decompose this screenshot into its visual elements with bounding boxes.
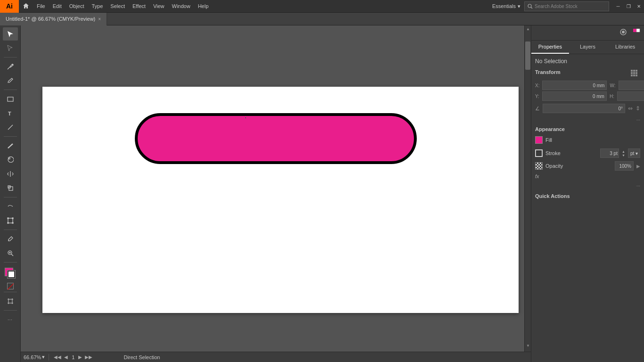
stroke-color-box[interactable] (8, 271, 15, 278)
tab-close-button[interactable]: × (98, 16, 101, 22)
stroke-width-stepper[interactable]: ▲ ▼ (622, 150, 625, 157)
menu-items-group: File Edit Object Type Select Effect View… (33, 0, 261, 13)
y-input[interactable] (542, 91, 607, 101)
svg-rect-6 (9, 187, 13, 190)
minimize-button[interactable]: ─ (613, 0, 623, 13)
no-selection-label: No Selection (535, 58, 640, 65)
svg-rect-36 (633, 72, 635, 74)
rectangle-tool[interactable] (3, 92, 18, 106)
menu-bar: Ai File Edit Object Type Select Effect V… (0, 0, 644, 13)
free-transform-tool[interactable] (3, 214, 18, 227)
transform-grid-icon[interactable] (631, 70, 640, 77)
pencil-tool[interactable] (3, 74, 18, 87)
line-tool[interactable] (3, 121, 18, 134)
menu-effect[interactable]: Effect (129, 0, 149, 13)
scale-tool[interactable] (3, 181, 18, 195)
fx-label[interactable]: fx (535, 173, 539, 179)
rotate-input[interactable] (543, 104, 625, 113)
menu-edit[interactable]: Edit (49, 0, 66, 13)
stroke-swatch[interactable] (535, 149, 543, 157)
svg-rect-38 (631, 74, 633, 76)
stroke-width-input[interactable] (600, 148, 619, 158)
tab-layers[interactable]: Layers (569, 41, 607, 54)
pen-tool[interactable] (3, 60, 18, 73)
fill-swatch[interactable] (535, 136, 543, 144)
restore-button[interactable]: ❒ (623, 0, 634, 13)
selection-tool[interactable] (3, 27, 18, 41)
vertical-scrollbar[interactable]: ▲ ▼ (524, 25, 531, 355)
menu-window[interactable]: Window (168, 0, 194, 13)
svg-point-13 (8, 240, 9, 241)
svg-rect-37 (636, 72, 637, 74)
canvas-area[interactable]: ▲ ▼ ◀ ▶ 66.67% ▾ ◀◀ (21, 25, 531, 362)
appearance-panel-icon[interactable] (619, 28, 627, 37)
quick-actions-title: Quick Actions (535, 193, 640, 199)
paintbrush-tool[interactable] (3, 139, 18, 152)
y-label: Y: (535, 94, 539, 99)
type-tool[interactable]: T (3, 107, 18, 120)
svg-rect-12 (12, 222, 13, 223)
main-area: T (0, 25, 644, 362)
page-first-button[interactable]: ◀◀ (53, 354, 62, 360)
menu-select[interactable]: Select (107, 0, 129, 13)
menu-type[interactable]: Type (88, 0, 107, 13)
warp-tool[interactable] (3, 200, 18, 213)
page-prev-button[interactable]: ◀ (63, 354, 69, 360)
zoom-tool[interactable] (3, 247, 18, 260)
svg-rect-40 (636, 74, 637, 76)
tool-separator-8 (4, 310, 17, 311)
page-last-button[interactable]: ▶▶ (84, 354, 93, 360)
svg-rect-33 (633, 70, 635, 72)
eyedropper-tool[interactable] (3, 232, 18, 246)
svg-rect-32 (631, 70, 633, 72)
transform-more-options[interactable]: ··· (636, 117, 640, 123)
tab-properties[interactable]: Properties (531, 41, 569, 54)
search-stock-input[interactable]: Search Adobe Stock (524, 1, 609, 11)
artboard-tool[interactable] (3, 295, 18, 308)
color-panel-icon[interactable] (633, 28, 640, 37)
chevron-down-icon: ▾ (518, 3, 520, 9)
menu-file[interactable]: File (33, 0, 49, 13)
svg-rect-27 (136, 115, 415, 163)
menu-object[interactable]: Object (66, 0, 88, 13)
menu-help[interactable]: Help (194, 0, 213, 13)
reflect-tool[interactable] (3, 167, 18, 181)
workspace-selector[interactable]: Essentials ▾ (488, 3, 524, 9)
scroll-down-arrow[interactable]: ▼ (525, 342, 531, 349)
zoom-level: 66.67% ▾ (24, 354, 45, 360)
appearance-more-options[interactable]: ··· (636, 183, 640, 189)
flip-horizontal-icon[interactable]: ⇔ (628, 105, 633, 112)
w-input[interactable] (619, 81, 644, 90)
tool-separator-7 (4, 292, 17, 292)
tab-libraries[interactable]: Libraries (606, 41, 644, 54)
home-button[interactable] (19, 0, 33, 13)
appearance-section-title: Appearance (535, 126, 565, 132)
quick-actions-section: Quick Actions (535, 193, 640, 199)
left-toolbar: T (0, 25, 21, 362)
flip-vertical-icon[interactable]: ⇕ (636, 105, 640, 112)
vertical-scroll-thumb[interactable] (525, 41, 530, 70)
status-separator-1 (49, 354, 49, 361)
scroll-up-arrow[interactable]: ▲ (525, 25, 531, 32)
svg-line-15 (11, 254, 13, 256)
none-color-button[interactable] (7, 283, 14, 289)
document-tab[interactable]: Untitled-1* @ 66.67% (CMYK/Preview) × (0, 13, 107, 25)
zoom-dropdown-icon[interactable]: ▾ (42, 354, 45, 360)
close-button[interactable]: ✕ (634, 0, 644, 13)
stroke-unit-button[interactable]: pt ▾ (628, 148, 640, 158)
menu-view[interactable]: View (149, 0, 168, 13)
h-input[interactable] (617, 91, 644, 101)
opacity-input[interactable] (615, 161, 634, 171)
svg-point-29 (622, 31, 625, 33)
x-label: X: (535, 83, 539, 88)
svg-rect-34 (636, 70, 637, 72)
page-next-button[interactable]: ▶ (77, 354, 83, 360)
svg-point-0 (528, 4, 531, 8)
rotate-tool[interactable] (3, 153, 18, 166)
svg-rect-39 (633, 74, 635, 76)
direct-selection-tool[interactable] (3, 41, 18, 55)
stroke-label: Stroke (545, 150, 597, 156)
opacity-more-icon[interactable]: ▶ (636, 164, 640, 169)
x-input[interactable] (542, 81, 607, 90)
more-tools-button[interactable]: ··· (3, 313, 18, 326)
